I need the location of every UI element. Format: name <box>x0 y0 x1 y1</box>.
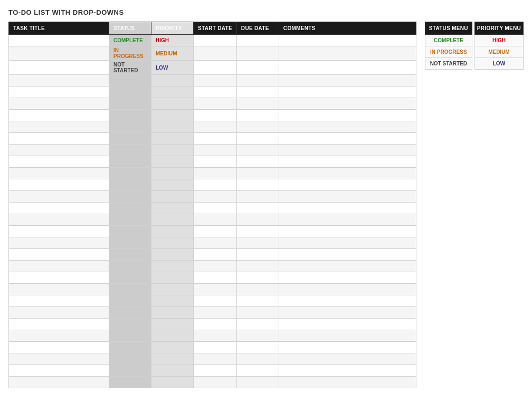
table-row[interactable] <box>9 191 416 203</box>
cell-task[interactable] <box>9 35 109 46</box>
cell-duedate[interactable] <box>236 133 279 145</box>
cell-status[interactable] <box>109 272 151 284</box>
cell-comments[interactable] <box>279 191 416 203</box>
cell-priority[interactable] <box>151 353 194 365</box>
cell-priority[interactable] <box>151 261 194 272</box>
cell-duedate[interactable] <box>236 342 279 353</box>
cell-task[interactable] <box>9 365 109 377</box>
cell-comments[interactable] <box>279 121 416 133</box>
cell-comments[interactable] <box>279 145 416 156</box>
cell-priority[interactable] <box>151 319 194 330</box>
cell-comments[interactable] <box>279 237 416 249</box>
cell-startdate[interactable] <box>194 353 237 365</box>
table-row[interactable] <box>9 353 416 365</box>
cell-task[interactable] <box>9 214 109 226</box>
cell-status[interactable] <box>109 237 151 249</box>
cell-startdate[interactable] <box>194 168 237 179</box>
priority-menu-item[interactable]: LOW <box>474 58 523 70</box>
table-row[interactable] <box>9 179 416 191</box>
cell-status[interactable]: COMPLETE <box>109 35 151 46</box>
cell-comments[interactable] <box>279 168 416 179</box>
cell-startdate[interactable] <box>194 377 237 388</box>
cell-status[interactable] <box>109 365 151 377</box>
cell-status[interactable] <box>109 156 151 168</box>
cell-comments[interactable] <box>279 319 416 330</box>
cell-comments[interactable] <box>279 330 416 342</box>
cell-status[interactable] <box>109 284 151 295</box>
cell-comments[interactable] <box>279 133 416 145</box>
cell-startdate[interactable] <box>194 237 237 249</box>
table-row[interactable] <box>9 307 416 319</box>
cell-duedate[interactable] <box>236 249 279 261</box>
cell-startdate[interactable] <box>194 365 237 377</box>
status-menu-item[interactable]: IN PROGRESS <box>425 46 472 58</box>
table-row[interactable] <box>9 284 416 295</box>
cell-priority[interactable] <box>151 168 194 179</box>
cell-duedate[interactable] <box>236 75 279 87</box>
table-row[interactable] <box>9 272 416 284</box>
cell-comments[interactable] <box>279 87 416 98</box>
cell-duedate[interactable] <box>236 307 279 319</box>
cell-status[interactable] <box>109 330 151 342</box>
cell-startdate[interactable] <box>194 226 237 237</box>
cell-status[interactable] <box>109 249 151 261</box>
cell-comments[interactable] <box>279 353 416 365</box>
cell-comments[interactable] <box>279 307 416 319</box>
cell-status[interactable] <box>109 98 151 110</box>
status-menu-label[interactable]: NOT STARTED <box>425 58 472 70</box>
cell-status[interactable] <box>109 203 151 214</box>
cell-status[interactable] <box>109 145 151 156</box>
table-row[interactable]: IN PROGRESSMEDIUM <box>9 46 416 61</box>
cell-comments[interactable] <box>279 156 416 168</box>
cell-duedate[interactable] <box>236 272 279 284</box>
cell-comments[interactable] <box>279 214 416 226</box>
table-row[interactable] <box>9 377 416 388</box>
cell-task[interactable] <box>9 168 109 179</box>
priority-menu-item[interactable]: HIGH <box>474 35 523 46</box>
cell-priority[interactable] <box>151 75 194 87</box>
cell-task[interactable] <box>9 46 109 61</box>
cell-priority[interactable] <box>151 295 194 307</box>
cell-task[interactable] <box>9 261 109 272</box>
cell-status[interactable] <box>109 214 151 226</box>
table-row[interactable] <box>9 121 416 133</box>
cell-status[interactable] <box>109 319 151 330</box>
cell-comments[interactable] <box>279 261 416 272</box>
cell-duedate[interactable] <box>236 121 279 133</box>
cell-priority[interactable] <box>151 226 194 237</box>
cell-startdate[interactable] <box>194 133 237 145</box>
cell-task[interactable] <box>9 307 109 319</box>
table-row[interactable] <box>9 98 416 110</box>
cell-priority[interactable] <box>151 249 194 261</box>
cell-startdate[interactable] <box>194 295 237 307</box>
cell-task[interactable] <box>9 61 109 75</box>
cell-task[interactable] <box>9 249 109 261</box>
table-row[interactable] <box>9 156 416 168</box>
cell-duedate[interactable] <box>236 353 279 365</box>
cell-startdate[interactable] <box>194 284 237 295</box>
cell-duedate[interactable] <box>236 191 279 203</box>
cell-status[interactable] <box>109 307 151 319</box>
cell-duedate[interactable] <box>236 145 279 156</box>
table-row[interactable] <box>9 145 416 156</box>
cell-startdate[interactable] <box>194 110 237 121</box>
cell-task[interactable] <box>9 179 109 191</box>
cell-status[interactable] <box>109 191 151 203</box>
table-row[interactable] <box>9 133 416 145</box>
cell-comments[interactable] <box>279 179 416 191</box>
cell-startdate[interactable] <box>194 87 237 98</box>
cell-task[interactable] <box>9 203 109 214</box>
cell-startdate[interactable] <box>194 75 237 87</box>
cell-comments[interactable] <box>279 342 416 353</box>
cell-duedate[interactable] <box>236 295 279 307</box>
cell-startdate[interactable] <box>194 121 237 133</box>
cell-comments[interactable] <box>279 110 416 121</box>
table-row[interactable] <box>9 226 416 237</box>
cell-startdate[interactable] <box>194 156 237 168</box>
priority-menu-label[interactable]: MEDIUM <box>474 46 523 58</box>
cell-comments[interactable] <box>279 284 416 295</box>
cell-startdate[interactable] <box>194 191 237 203</box>
cell-duedate[interactable] <box>236 61 279 75</box>
cell-priority[interactable] <box>151 98 194 110</box>
cell-comments[interactable] <box>279 295 416 307</box>
